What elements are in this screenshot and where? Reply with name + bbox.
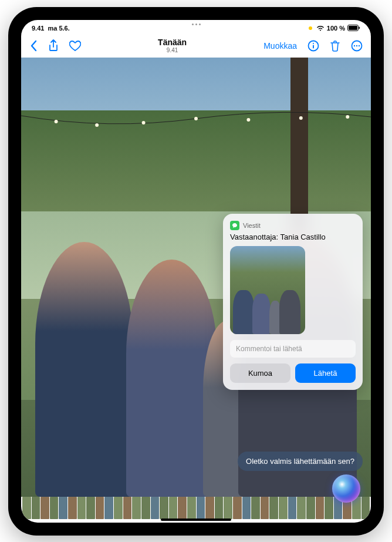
filmstrip-thumb[interactable] [59, 497, 67, 519]
filmstrip-thumb[interactable] [123, 497, 132, 519]
filmstrip-thumb[interactable] [151, 497, 160, 519]
more-button[interactable] [351, 40, 363, 52]
filmstrip-thumb[interactable] [205, 497, 214, 519]
home-indicator[interactable] [161, 519, 231, 521]
photo-filmstrip[interactable] [21, 497, 371, 519]
siri-query-bubble: Oletko valmis lähettämään sen? [238, 452, 363, 471]
ipad-device-frame: 9.41 ma 5.6. 100 % [8, 7, 384, 536]
svg-rect-1 [349, 26, 357, 30]
status-time: 9.41 [32, 25, 44, 32]
svg-point-4 [313, 42, 314, 43]
card-photo-preview[interactable] [230, 246, 305, 334]
favorite-button[interactable] [69, 41, 81, 51]
cancel-button[interactable]: Kumoa [230, 363, 290, 383]
svg-point-8 [356, 45, 357, 46]
filmstrip-thumb[interactable] [297, 497, 306, 519]
battery-percent: 100 % [327, 25, 345, 32]
filmstrip-thumb[interactable] [361, 497, 370, 519]
comment-input[interactable] [230, 340, 356, 358]
filmstrip-thumb[interactable] [86, 497, 95, 519]
filmstrip-thumb[interactable] [187, 497, 196, 519]
share-button[interactable] [48, 39, 59, 52]
card-app-name: Viestit [243, 222, 261, 229]
battery-icon [347, 25, 360, 31]
svg-point-7 [354, 45, 355, 46]
filmstrip-thumb[interactable] [178, 497, 187, 519]
filmstrip-thumb[interactable] [104, 497, 113, 519]
status-date: ma 5.6. [48, 25, 69, 32]
wifi-icon [316, 25, 325, 31]
filmstrip-thumb[interactable] [68, 497, 77, 519]
messages-app-icon [230, 221, 239, 230]
photo-person-1 [35, 242, 133, 497]
nav-bar: Tänään 9.41 Muokkaa [21, 34, 371, 58]
edit-button[interactable]: Muokkaa [263, 41, 297, 51]
screen: 9.41 ma 5.6. 100 % [21, 20, 371, 523]
filmstrip-thumb[interactable] [77, 497, 86, 519]
filmstrip-thumb[interactable] [325, 497, 333, 519]
filmstrip-thumb[interactable] [224, 497, 232, 519]
photo-string-lights [21, 110, 371, 111]
filmstrip-thumb[interactable] [169, 497, 178, 519]
svg-point-15 [299, 116, 303, 120]
svg-point-13 [194, 117, 198, 120]
filmstrip-thumb[interactable] [261, 497, 269, 519]
filmstrip-thumb[interactable] [96, 497, 104, 519]
front-camera-dots [184, 23, 208, 26]
filmstrip-thumb[interactable] [40, 497, 49, 519]
filmstrip-thumb[interactable] [288, 497, 297, 519]
filmstrip-thumb[interactable] [279, 497, 288, 519]
filmstrip-thumb[interactable] [32, 497, 40, 519]
filmstrip-thumb[interactable] [114, 497, 123, 519]
svg-point-14 [246, 118, 250, 122]
page-subtitle: 9.41 [81, 47, 263, 53]
svg-rect-2 [359, 27, 360, 29]
svg-point-10 [55, 120, 58, 123]
filmstrip-thumb[interactable] [306, 497, 315, 519]
filmstrip-thumb[interactable] [160, 497, 168, 519]
siri-message-card: Viestit Vastaanottaja: Tania Castillo Ku… [223, 214, 363, 390]
page-title: Tänään [81, 38, 263, 47]
filmstrip-thumb[interactable] [233, 497, 242, 519]
info-button[interactable] [307, 40, 319, 52]
svg-point-9 [359, 45, 360, 46]
filmstrip-thumb[interactable] [242, 497, 251, 519]
svg-point-12 [142, 121, 146, 124]
filmstrip-thumb[interactable] [22, 497, 31, 519]
delete-button[interactable] [330, 40, 340, 52]
back-button[interactable] [29, 40, 38, 52]
filmstrip-thumb[interactable] [141, 497, 150, 519]
card-recipient-line: Vastaanottaja: Tania Castillo [230, 233, 356, 241]
filmstrip-thumb[interactable] [215, 497, 224, 519]
filmstrip-thumb[interactable] [197, 497, 205, 519]
svg-point-16 [346, 115, 349, 119]
status-bar: 9.41 ma 5.6. 100 % [21, 20, 371, 34]
svg-point-11 [95, 123, 99, 127]
siri-orb[interactable] [332, 474, 360, 503]
filmstrip-thumb[interactable] [251, 497, 260, 519]
svg-rect-5 [313, 45, 314, 48]
location-indicator-dot [309, 26, 312, 30]
filmstrip-thumb[interactable] [269, 497, 278, 519]
filmstrip-thumb[interactable] [50, 497, 59, 519]
filmstrip-thumb[interactable] [316, 497, 325, 519]
send-button[interactable]: Lähetä [295, 363, 356, 383]
filmstrip-thumb[interactable] [132, 497, 141, 519]
